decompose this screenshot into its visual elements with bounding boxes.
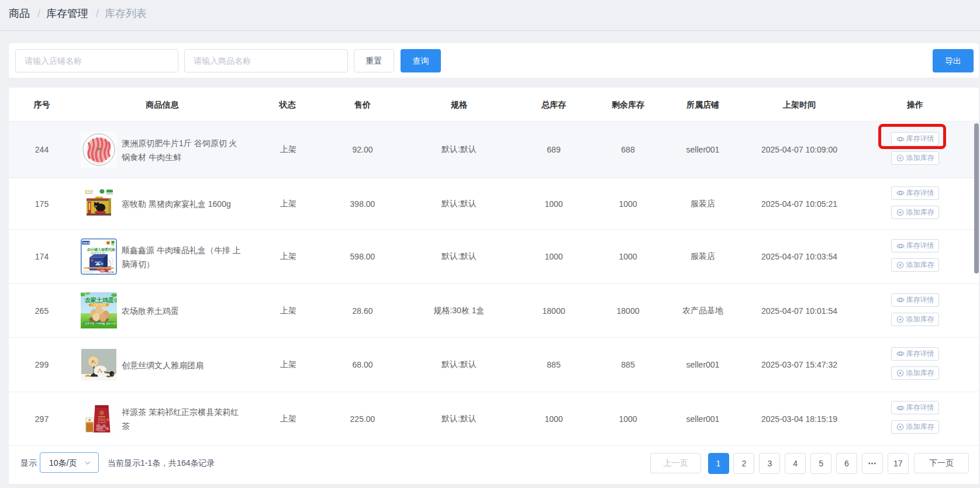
svg-text:臻品型: 臻品型 [106,271,114,274]
svg-text:营养丰富: 营养丰富 [85,322,94,325]
svg-text:绿色无抗: 绿色无抗 [106,322,116,325]
svg-text:塞牧勒: 塞牧勒 [85,189,94,193]
svg-text:农家土鸡蛋: 农家土鸡蛋 [84,297,114,303]
svg-text:顺鑫海派: 顺鑫海派 [83,241,92,244]
svg-text:口感细腻: 口感细腻 [95,322,105,325]
svg-text:精选原料回馈新老顾客大促销优惠: 精选原料回馈新老顾客大促销优惠 [88,267,111,269]
